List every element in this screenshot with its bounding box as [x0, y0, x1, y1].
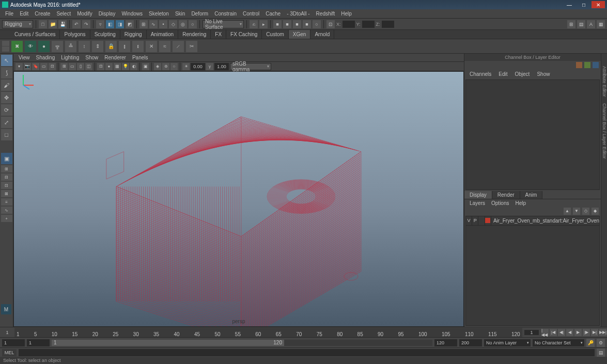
- layer-tab-anim[interactable]: Anim: [520, 191, 543, 199]
- new-scene-icon[interactable]: □: [39, 20, 47, 28]
- snap-center-icon[interactable]: ○: [189, 20, 197, 28]
- shelf-tab-xgen[interactable]: XGen: [289, 30, 311, 39]
- go-end-icon[interactable]: ▶▶|: [599, 329, 606, 336]
- panel-menu-lighting[interactable]: Lighting: [58, 54, 82, 61]
- side-tab-channelboxlayereditor[interactable]: Channel Box / Layer Editor: [602, 101, 607, 161]
- xgen-sphere-icon[interactable]: ●: [38, 41, 50, 52]
- a-icon[interactable]: A: [587, 20, 595, 28]
- transform-display-icon[interactable]: ⊡: [326, 20, 335, 28]
- four-pane-layout[interactable]: ⊞: [1, 165, 12, 172]
- go-start-icon[interactable]: |◀◀: [541, 329, 549, 336]
- two-pane-h-layout[interactable]: ⊟: [1, 173, 12, 181]
- colorspace-dropdown[interactable]: sRGB gamma: [230, 63, 271, 70]
- undo-icon[interactable]: ↶: [72, 20, 81, 28]
- layer-tab-render[interactable]: Render: [492, 191, 520, 199]
- xgen-tool-10-icon[interactable]: ⟋: [173, 41, 184, 52]
- hud-icon[interactable]: ▤: [577, 20, 585, 28]
- snap-point-icon[interactable]: •: [159, 20, 167, 28]
- hypershade-icon[interactable]: ○: [313, 20, 321, 28]
- menu-windows[interactable]: Windows: [118, 10, 146, 18]
- layer-list[interactable]: V P Air_Fryer_Oven_mb_standart:Air_Fryer…: [465, 216, 600, 326]
- menu-create[interactable]: Create: [32, 10, 53, 18]
- y-input[interactable]: [362, 21, 375, 28]
- move-tool[interactable]: ✥: [1, 92, 12, 103]
- layer-move-down-icon[interactable]: ▼: [573, 208, 580, 215]
- range-start-inner[interactable]: 1: [27, 339, 50, 346]
- layer-tab-display[interactable]: Display: [464, 191, 492, 199]
- channel-list[interactable]: [465, 80, 600, 190]
- range-end-inner[interactable]: 120: [434, 339, 457, 346]
- maximize-button[interactable]: □: [577, 1, 590, 8]
- save-scene-icon[interactable]: 💾: [58, 20, 67, 28]
- camera-select-icon[interactable]: ▾: [15, 63, 23, 70]
- range-track[interactable]: 1 120: [52, 340, 432, 346]
- textured-icon[interactable]: ▦: [114, 63, 121, 70]
- shelf-toggle-down-icon[interactable]: [2, 46, 9, 52]
- layer-menu-layers[interactable]: Layers: [466, 199, 488, 207]
- channel-menu-show[interactable]: Show: [534, 70, 553, 78]
- shelf-tab-animation[interactable]: Animation: [147, 30, 178, 39]
- shelf-tab-polygons[interactable]: Polygons: [60, 30, 90, 39]
- snap-plane-icon[interactable]: ◇: [169, 20, 177, 28]
- snap-live-icon[interactable]: ◎: [179, 20, 187, 28]
- outliner-layout[interactable]: ≡: [1, 198, 12, 205]
- menu-file[interactable]: File: [2, 10, 17, 18]
- step-back-key-icon[interactable]: |◀: [550, 329, 557, 336]
- grid-icon[interactable]: ⊞: [60, 63, 68, 70]
- menu-display[interactable]: Display: [96, 10, 119, 18]
- layer-visible-cell[interactable]: V: [466, 216, 472, 225]
- single-pane-layout[interactable]: ▣: [1, 153, 12, 164]
- redo-icon[interactable]: ↷: [82, 20, 90, 28]
- shelf-tab-fx[interactable]: FX: [211, 30, 226, 39]
- side-tab-attributeeditor[interactable]: Attribute Editor: [602, 64, 607, 99]
- xray-components-icon[interactable]: ○: [170, 63, 178, 70]
- shelf-toggle-up-icon[interactable]: [2, 41, 9, 46]
- shelf-tab-rigging[interactable]: Rigging: [120, 30, 147, 39]
- xgen-tool-3-icon[interactable]: ↕: [79, 41, 90, 52]
- minimize-button[interactable]: —: [563, 1, 576, 8]
- layer-type-cell[interactable]: [478, 216, 485, 225]
- character-set-dropdown[interactable]: No Character Set: [533, 339, 584, 346]
- channel-menu-object[interactable]: Object: [512, 70, 533, 78]
- layer-move-up-icon[interactable]: ▲: [564, 208, 571, 215]
- close-button[interactable]: ✕: [592, 1, 605, 8]
- menu-deform[interactable]: Deform: [188, 10, 211, 18]
- select-mode-icon[interactable]: ▿: [96, 20, 104, 28]
- prefs-icon[interactable]: ⚙: [597, 339, 605, 347]
- layer-new-empty-icon[interactable]: ◇: [582, 208, 589, 215]
- current-frame-field[interactable]: 1: [524, 330, 539, 335]
- step-forward-icon[interactable]: |▶: [583, 329, 590, 336]
- snap-curve-icon[interactable]: ∿: [149, 20, 158, 28]
- time-ticks[interactable]: 1510152025303540455055606570758085909510…: [14, 328, 522, 337]
- range-end-outer[interactable]: 200: [459, 339, 482, 346]
- gamma-value[interactable]: 1.00: [214, 63, 229, 70]
- channel-color-b-icon[interactable]: [584, 62, 590, 68]
- scale-tool[interactable]: ⤢: [1, 117, 12, 128]
- xgen-tool-4-icon[interactable]: ⇕: [92, 41, 103, 52]
- layer-new-selected-icon[interactable]: ◆: [592, 208, 599, 215]
- select-tool[interactable]: ↖: [1, 55, 12, 66]
- xray-joints-icon[interactable]: ⊛: [162, 63, 169, 70]
- xgen-eye-icon[interactable]: 👁: [25, 41, 36, 52]
- layer-row[interactable]: V P Air_Fryer_Oven_mb_standart:Air_Fryer…: [466, 216, 599, 226]
- shelf-tab-rendering[interactable]: Rendering: [178, 30, 211, 39]
- render-settings-icon[interactable]: ■: [293, 20, 301, 28]
- z-input[interactable]: [382, 21, 394, 28]
- layer-menu-help[interactable]: Help: [512, 199, 529, 207]
- menu-control[interactable]: Control: [240, 10, 262, 18]
- two-pane-v-layout[interactable]: ⊡: [1, 182, 12, 189]
- xgen-tool-6-icon[interactable]: ⫿: [119, 41, 130, 52]
- channel-menu-edit[interactable]: Edit: [495, 70, 510, 78]
- play-back-icon[interactable]: ◀: [566, 329, 573, 336]
- render-icon[interactable]: ■: [273, 20, 282, 28]
- b-icon[interactable]: ▦: [597, 20, 605, 28]
- maya-home-icon[interactable]: M: [1, 304, 11, 314]
- film-gate-icon[interactable]: ▭: [69, 63, 76, 70]
- range-handle[interactable]: 1 120: [52, 340, 284, 346]
- construction-history-icon[interactable]: ⎌: [250, 20, 258, 28]
- layer-name[interactable]: Air_Fryer_Oven_mb_standart:Air_Fryer_Ove…: [491, 218, 599, 224]
- x-input[interactable]: [343, 21, 355, 28]
- shelf-tab-curvessurfaces[interactable]: Curves / Surfaces: [10, 30, 60, 39]
- shaded-icon[interactable]: ●: [105, 63, 113, 70]
- 2d-pan-icon[interactable]: ⊡: [49, 63, 56, 70]
